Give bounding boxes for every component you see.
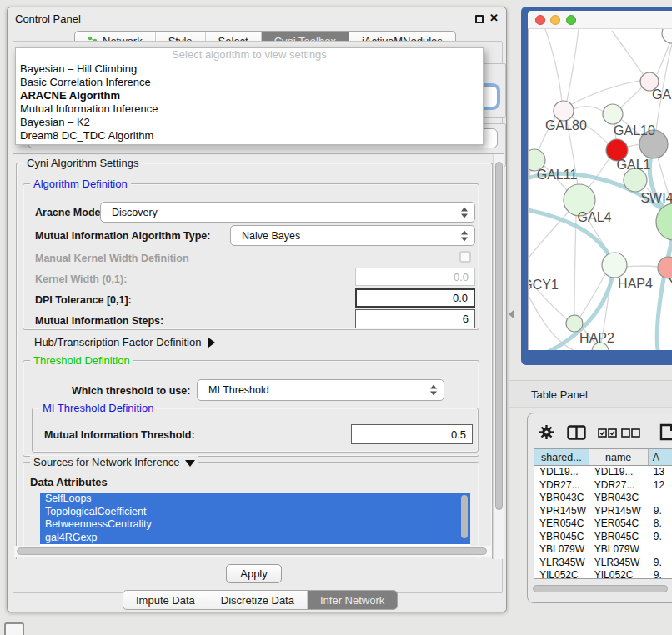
cell[interactable]: 12 bbox=[649, 479, 672, 492]
scrollbar-thumb[interactable] bbox=[495, 162, 503, 510]
tab-discretize-data[interactable]: Discretize Data bbox=[208, 591, 308, 609]
hub-label: Hub/Transcription Factor Definition bbox=[34, 336, 201, 348]
split-view-icon[interactable] bbox=[567, 425, 586, 440]
column-header-shared-name[interactable]: shared... bbox=[534, 449, 589, 465]
cell[interactable]: YIL052C bbox=[534, 569, 589, 579]
cell[interactable]: YER054C bbox=[534, 518, 589, 531]
cell[interactable]: YPR145W bbox=[589, 505, 649, 518]
cell[interactable] bbox=[649, 543, 672, 557]
dropdown-option-highlighted[interactable]: ARACNE Algorithm bbox=[16, 89, 483, 102]
table-row[interactable]: YBL079WYBL079W bbox=[534, 543, 672, 557]
dropdown-option[interactable]: Mutual Information Inference bbox=[16, 102, 483, 116]
table-row[interactable]: YDR27...YDR27...12 bbox=[534, 479, 672, 492]
settings-horizontal-scrollbar[interactable] bbox=[14, 546, 491, 558]
stepper-arrows-icon bbox=[461, 230, 468, 241]
aracne-mode-combo[interactable]: Discovery bbox=[100, 202, 475, 222]
network-node[interactable] bbox=[658, 257, 672, 278]
network-node[interactable] bbox=[603, 104, 623, 124]
cell[interactable]: 8. bbox=[649, 518, 672, 531]
scrollbar-thumb[interactable] bbox=[17, 548, 487, 555]
table-row[interactable]: YLR345WYLR345W9. bbox=[534, 557, 672, 570]
list-scrollbar[interactable] bbox=[461, 495, 468, 538]
cell[interactable]: YDR27... bbox=[589, 479, 649, 492]
network-node[interactable] bbox=[602, 252, 627, 278]
table-horizontal-scrollbar[interactable] bbox=[532, 584, 672, 594]
table-row[interactable]: YER054CYER054C8. bbox=[534, 518, 672, 531]
data-attributes-list: SelfLoops TopologicalCoefficient Between… bbox=[40, 492, 470, 546]
cell[interactable]: YDL19... bbox=[534, 466, 589, 479]
select-all-checks-icon[interactable] bbox=[598, 428, 617, 438]
collapse-arrow-icon bbox=[185, 460, 195, 467]
mi-threshold-definition-group: MI Threshold Definition Mutual Informati… bbox=[32, 408, 479, 452]
scrollbar-thumb[interactable] bbox=[533, 585, 668, 592]
cell[interactable]: YLR345W bbox=[534, 557, 589, 570]
cell[interactable]: YER054C bbox=[589, 518, 649, 531]
network-node[interactable] bbox=[624, 168, 647, 192]
dropdown-option[interactable]: Bayesian – Hill Climbing bbox=[16, 62, 483, 76]
network-canvas[interactable]: GAL8 GAL80 GAL10 GAL1 GAL11 SWI4 GAL4 GC… bbox=[528, 29, 672, 350]
threshold-definition-group: Threshold Definition Which threshold to … bbox=[23, 360, 479, 457]
manual-kernel-label: Manual Kernel Width Definition bbox=[35, 252, 189, 264]
table-row[interactable]: YIL052CYIL052C9. bbox=[534, 569, 672, 579]
deselect-all-checks-icon[interactable] bbox=[621, 428, 640, 438]
zoom-traffic-light[interactable] bbox=[566, 15, 576, 25]
mi-threshold-field[interactable]: 0.5 bbox=[351, 424, 473, 444]
cell[interactable]: YBR043C bbox=[589, 492, 649, 505]
settings-vertical-scrollbar[interactable] bbox=[493, 154, 504, 559]
cell[interactable]: 9. bbox=[649, 569, 672, 579]
field-value: 0.0 bbox=[453, 292, 468, 304]
tab-infer-network[interactable]: Infer Network bbox=[308, 591, 397, 609]
list-item[interactable]: gal4RGexp bbox=[40, 532, 470, 545]
network-node[interactable] bbox=[566, 315, 583, 332]
mi-algorithm-type-combo[interactable]: Naive Bayes bbox=[230, 225, 475, 246]
panel-collapse-handle[interactable] bbox=[509, 310, 514, 318]
combo-value: Naive Bayes bbox=[242, 230, 300, 242]
close-icon[interactable]: ✕ bbox=[489, 12, 499, 24]
float-window-icon[interactable] bbox=[475, 15, 484, 23]
cell[interactable]: YBL079W bbox=[589, 543, 649, 557]
cell[interactable]: 9. bbox=[649, 531, 672, 544]
column-header-partial[interactable]: A bbox=[649, 449, 672, 465]
table-row[interactable]: YBR043CYBR043C bbox=[534, 492, 672, 505]
cell[interactable]: YBR045C bbox=[534, 531, 589, 544]
list-item[interactable]: BetweennessCentrality bbox=[40, 518, 470, 532]
cell[interactable]: YDR27... bbox=[534, 479, 589, 492]
tab-impute-data[interactable]: Impute Data bbox=[123, 591, 208, 609]
sources-expander[interactable]: Sources for Network Inference bbox=[30, 456, 198, 468]
network-graph[interactable]: GAL8 GAL80 GAL10 GAL1 GAL11 SWI4 GAL4 GC… bbox=[529, 29, 672, 350]
cell[interactable]: YPR145W bbox=[534, 505, 589, 518]
cell[interactable]: YDL19... bbox=[589, 466, 649, 479]
which-threshold-combo[interactable]: MI Threshold bbox=[197, 379, 444, 401]
column-header-name[interactable]: name bbox=[589, 449, 649, 465]
settings-gear-icon[interactable] bbox=[539, 424, 554, 440]
dropdown-option[interactable]: Bayesian – K2 bbox=[16, 116, 483, 129]
cell[interactable]: YIL052C bbox=[589, 569, 649, 579]
cell[interactable] bbox=[649, 492, 672, 505]
node-label: HAP2 bbox=[579, 331, 614, 345]
cell[interactable]: YBR043C bbox=[534, 492, 589, 505]
cell[interactable]: 9. bbox=[649, 505, 672, 518]
minimize-traffic-light[interactable] bbox=[550, 15, 560, 25]
network-node[interactable] bbox=[662, 29, 672, 43]
cell[interactable]: YBL079W bbox=[534, 543, 589, 557]
dropdown-option[interactable]: Basic Correlation Inference bbox=[16, 76, 483, 89]
minimized-panel-icon[interactable] bbox=[4, 622, 24, 635]
close-traffic-light[interactable] bbox=[535, 15, 545, 25]
cell[interactable]: 9. bbox=[649, 557, 672, 570]
table-row[interactable]: YPR145WYPR145W9. bbox=[534, 505, 672, 518]
hub-definition-expander[interactable]: Hub/Transcription Factor Definition bbox=[34, 336, 215, 348]
table-row[interactable]: YBR045CYBR045C9. bbox=[534, 531, 672, 544]
list-item[interactable]: SelfLoops bbox=[40, 492, 470, 506]
mi-steps-field[interactable]: 6 bbox=[355, 309, 475, 328]
apply-button[interactable]: Apply bbox=[226, 564, 282, 583]
cell[interactable]: 13 bbox=[649, 466, 672, 479]
table-row[interactable]: YDL19...YDL19...13 bbox=[534, 466, 672, 479]
table-panel-header: Table Panel bbox=[509, 380, 672, 408]
network-window-titlebar[interactable] bbox=[528, 11, 672, 29]
list-item[interactable]: TopologicalCoefficient bbox=[40, 506, 470, 519]
cell[interactable]: YBR045C bbox=[589, 531, 649, 544]
cell[interactable]: YLR345W bbox=[589, 557, 649, 570]
dpi-tolerance-field[interactable]: 0.0 bbox=[355, 288, 475, 308]
dropdown-option[interactable]: Dream8 DC_TDC Algorithm bbox=[16, 129, 483, 142]
table-file-icon[interactable] bbox=[659, 423, 672, 441]
